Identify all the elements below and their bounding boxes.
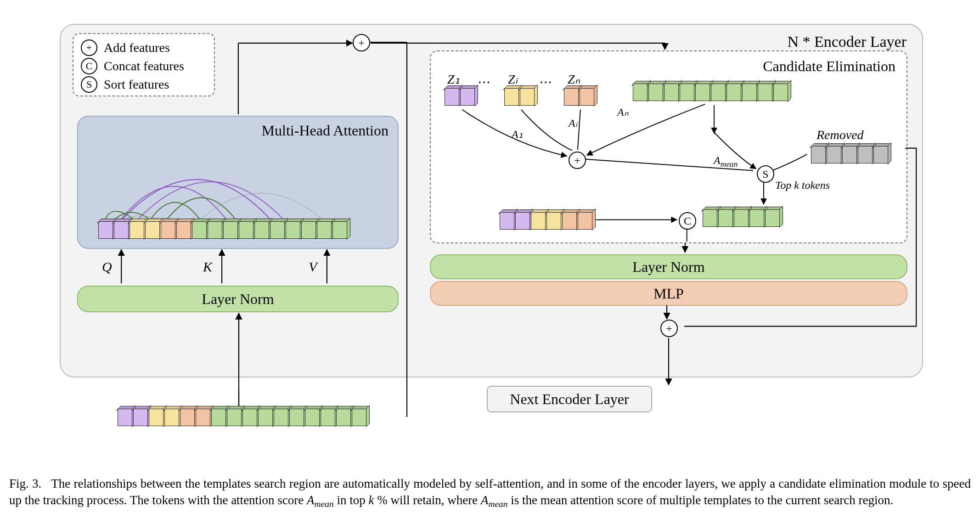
removed-tokens [811, 146, 889, 164]
encoder-layer-panel: N * Encoder Layer + Add features C Conca… [60, 24, 923, 377]
token-purple [133, 409, 149, 427]
token-green [773, 84, 789, 102]
token-purple [114, 221, 130, 240]
legend-concat: C Concat features [81, 57, 207, 75]
token-green [274, 409, 289, 427]
token-green [758, 84, 773, 102]
token-peach [161, 221, 176, 240]
ce-title: Candidate Elimination [763, 58, 896, 75]
legend-add: + Add features [81, 39, 207, 57]
mha-title: Multi-Head Attention [262, 122, 389, 139]
topk-tokens [703, 209, 781, 228]
mha-token-row [98, 221, 348, 240]
token-purple [118, 409, 133, 427]
amean-label: Amean [714, 154, 738, 169]
sort-op-ce: S [757, 165, 774, 183]
zn-label: Zₙ [568, 72, 580, 87]
token-yellow [504, 88, 520, 107]
caption-text-2: in top [337, 493, 368, 507]
legend-add-label: Add features [104, 40, 170, 55]
concat-op-ce: C [679, 212, 696, 230]
token-yellow [130, 221, 145, 240]
token-peach [176, 221, 192, 240]
encoder-title: N * Encoder Layer [787, 33, 907, 51]
token-green [239, 221, 254, 240]
token-grey [827, 146, 842, 164]
token-grey [858, 146, 873, 164]
token-green [332, 221, 348, 240]
legend-concat-label: Concat features [104, 59, 184, 73]
token-purple [500, 212, 515, 231]
token-green [286, 221, 301, 240]
token-peach [578, 212, 593, 231]
token-green [703, 209, 718, 228]
an-label: Aₙ [617, 106, 629, 118]
token-green [270, 221, 286, 240]
ai-label: Aᵢ [569, 117, 577, 130]
token-green [254, 221, 270, 240]
token-yellow [520, 88, 535, 107]
fig-number: 3 [32, 477, 39, 490]
token-green [695, 84, 711, 102]
token-purple [98, 221, 114, 240]
next-encoder-layer: Next Encoder Layer [487, 386, 652, 412]
token-green [336, 409, 352, 427]
token-green [749, 209, 765, 228]
z1-label: Z₁ [447, 72, 460, 87]
token-green [258, 409, 274, 427]
plus-op-icon: + [81, 39, 97, 56]
mlp-block: MLP [430, 281, 907, 306]
caption-amean: Amean [307, 493, 334, 507]
token-peach [196, 409, 211, 427]
token-green [208, 221, 223, 240]
token-green [765, 209, 781, 228]
q-label: Q [102, 259, 112, 275]
caption-text-4: is the mean attention score of multiple … [511, 493, 893, 507]
token-green [227, 409, 242, 427]
figure-caption: Fig. 3. The relationships between the te… [9, 476, 971, 510]
token-green [321, 409, 336, 427]
token-yellow [546, 212, 562, 231]
dots2: ⋯ [538, 74, 551, 90]
token-green [648, 84, 664, 102]
template-tokens-bottom [500, 212, 593, 231]
token-grey [811, 146, 827, 164]
candidate-elimination-panel: Candidate Elimination Z₁ ⋯ Zᵢ ⋯ Zₙ A₁ Aᵢ… [430, 51, 907, 243]
token-green [223, 221, 239, 240]
token-green [192, 221, 208, 240]
v-label: V [309, 259, 317, 275]
token-peach [580, 88, 595, 107]
token-peach [562, 212, 578, 231]
token-green [742, 84, 758, 102]
token-grey [873, 146, 889, 164]
token-purple [515, 212, 531, 231]
token-green [727, 84, 742, 102]
token-green [352, 409, 367, 427]
z1-tokens [445, 88, 476, 107]
token-purple [460, 88, 476, 107]
token-green [242, 409, 258, 427]
token-green [289, 409, 305, 427]
token-green [718, 209, 734, 228]
legend-sort-label: Sort features [104, 77, 169, 92]
attention-score-tokens [633, 84, 789, 102]
fig-label: Fig. [9, 477, 29, 490]
dots1: ⋯ [477, 74, 490, 90]
zi-tokens [504, 88, 535, 107]
token-peach [180, 409, 196, 427]
token-yellow [531, 212, 546, 231]
layernorm-right: Layer Norm [430, 254, 907, 279]
caption-amean-2: Amean [481, 493, 508, 507]
multi-head-attention-panel: Multi-Head Attention [77, 116, 399, 249]
token-green [301, 221, 317, 240]
input-token-row [118, 409, 367, 427]
add-op-bottom: + [660, 320, 678, 337]
figure: N * Encoder Layer + Add features C Conca… [9, 9, 971, 510]
token-grey [842, 146, 858, 164]
concat-op-icon: C [81, 58, 97, 74]
token-green [633, 84, 648, 102]
removed-label: Removed [817, 128, 864, 142]
token-green [211, 409, 227, 427]
architecture-diagram: N * Encoder Layer + Add features C Conca… [9, 9, 971, 473]
token-green [317, 221, 332, 240]
